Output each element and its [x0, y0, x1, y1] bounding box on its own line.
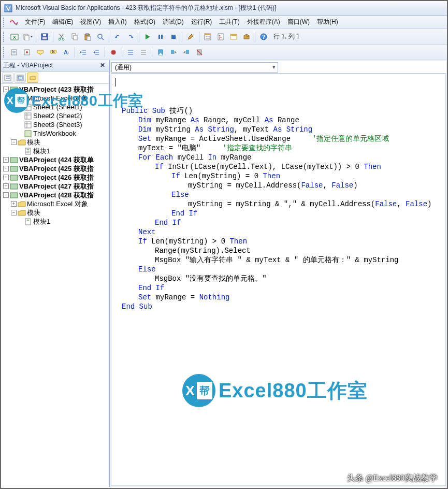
save-button[interactable] — [38, 31, 51, 43]
expand-icon[interactable]: − — [3, 87, 9, 92]
menu-addins[interactable]: 外接程序(A) — [244, 17, 283, 27]
uncomment-block-button[interactable] — [137, 46, 150, 59]
reset-button[interactable] — [167, 31, 180, 43]
svg-point-2 — [16, 23, 18, 25]
project-tree[interactable]: −VBAProject (423 获取指 −Microsoft Excel 对象… — [1, 84, 109, 487]
breakpoint-button[interactable] — [107, 46, 120, 59]
svg-rect-9 — [42, 37, 47, 39]
next-bookmark-button[interactable] — [167, 46, 180, 59]
tree-project-427[interactable]: VBAProject (427 获取指 — [19, 182, 94, 191]
svg-point-1 — [11, 19, 12, 21]
tree-sheet3[interactable]: Sheet3 (Sheet3) — [33, 120, 82, 129]
tree-modules[interactable]: 模块 — [27, 138, 40, 147]
svg-rect-29 — [230, 34, 237, 36]
tree-project-425[interactable]: VBAProject (425 获取指 — [19, 164, 94, 173]
expand-icon[interactable]: + — [3, 157, 9, 163]
project-icon — [10, 174, 18, 181]
tree-thisworkbook[interactable]: ThisWorkbook — [33, 129, 76, 138]
svg-rect-26 — [218, 34, 223, 40]
svg-rect-76 — [25, 131, 31, 137]
properties-button[interactable] — [214, 31, 227, 43]
menu-edit[interactable]: 编辑(E) — [49, 17, 76, 27]
tree-project-426[interactable]: VBAProject (426 获取指 — [19, 173, 94, 182]
toolbar-standard: X ▾ ? 行 1, 列 1 — [1, 29, 447, 45]
expand-icon[interactable]: − — [11, 210, 17, 215]
run-button[interactable] — [141, 31, 154, 43]
main-area: 工程 - VBAProject ✕ −VBAProject (423 获取指 −… — [1, 60, 447, 487]
svg-rect-66 — [10, 87, 18, 92]
menu-view[interactable]: 视图(V) — [77, 17, 104, 27]
tree-modules-2[interactable]: 模块 — [27, 208, 40, 217]
redo-button[interactable] — [124, 31, 137, 43]
find-button[interactable] — [94, 31, 107, 43]
svg-rect-57 — [171, 50, 174, 54]
break-button[interactable] — [154, 31, 167, 43]
toggle-folders-button[interactable] — [27, 73, 38, 83]
menu-help[interactable]: 帮助(H) — [314, 17, 341, 27]
folder-icon — [18, 209, 26, 217]
indent-button[interactable] — [77, 46, 90, 59]
menu-format[interactable]: 格式(O) — [131, 17, 158, 27]
expand-icon[interactable]: + — [3, 175, 9, 180]
menu-insert[interactable]: 插入(I) — [105, 17, 129, 27]
svg-rect-61 — [5, 75, 11, 80]
menubar: 文件(F) 编辑(E) 视图(V) 插入(I) 格式(O) 调试(D) 运行(R… — [1, 16, 447, 29]
vba-icon — [9, 18, 19, 27]
svg-text:?: ? — [262, 34, 265, 40]
copy-button[interactable] — [68, 31, 81, 43]
parameter-info-button[interactable]: fx — [47, 46, 60, 59]
svg-rect-84 — [10, 193, 18, 198]
object-dropdown[interactable]: (通用) — [111, 62, 278, 73]
folder-icon — [18, 95, 26, 102]
prev-bookmark-button[interactable] — [180, 46, 193, 59]
view-excel-button[interactable]: X — [8, 31, 21, 43]
menu-run[interactable]: 运行(R) — [188, 17, 215, 27]
tree-sheet1[interactable]: Sheet1 (Sheet1) — [33, 103, 82, 111]
cursor-position: 行 1, 列 1 — [273, 32, 300, 41]
paste-button[interactable] — [81, 31, 94, 43]
footer-credit: 头条 @Excel880实战教学 — [347, 473, 438, 484]
tree-project-428[interactable]: VBAProject (428 获取指 — [19, 191, 94, 199]
view-object-button[interactable] — [15, 73, 26, 83]
bookmark-button[interactable] — [154, 46, 167, 59]
quick-info-button[interactable] — [34, 46, 47, 59]
project-icon — [10, 156, 18, 164]
menu-tools[interactable]: 工具(T) — [216, 17, 242, 27]
clear-bookmarks-button[interactable] — [193, 46, 206, 59]
expand-icon[interactable]: − — [11, 139, 17, 145]
svg-text:fx: fx — [52, 50, 55, 53]
tree-excel-objects-2[interactable]: Microsoft Excel 对象 — [27, 199, 88, 208]
tree-excel-objects[interactable]: Microsoft Excel 对象 — [27, 94, 88, 103]
list-constants-button[interactable] — [21, 46, 34, 59]
object-browser-button[interactable] — [227, 31, 240, 43]
comment-block-button[interactable] — [124, 46, 137, 59]
menu-file[interactable]: 文件(F) — [22, 17, 48, 27]
project-explorer-button[interactable] — [201, 31, 214, 43]
cut-button[interactable] — [55, 31, 68, 43]
toolbox-button[interactable] — [240, 31, 253, 43]
expand-icon[interactable]: + — [3, 183, 9, 189]
tree-sheet2[interactable]: Sheet2 (Sheet2) — [33, 111, 82, 120]
tree-project-424[interactable]: VBAProject (424 获取单 — [19, 155, 94, 164]
expand-icon[interactable]: + — [11, 201, 17, 207]
view-code-button[interactable] — [2, 73, 13, 83]
code-editor[interactable]: Public Sub 技巧()Dim myRange As Range, myC… — [111, 74, 446, 486]
design-mode-button[interactable] — [184, 31, 197, 43]
code-pane: (通用) Public Sub 技巧()Dim myRange As Range… — [110, 60, 447, 487]
complete-word-button[interactable]: A+ — [60, 46, 73, 59]
insert-dropdown-button[interactable]: ▾ — [21, 31, 34, 43]
tree-project-423[interactable]: VBAProject (423 获取指 — [19, 85, 94, 94]
undo-button[interactable] — [111, 31, 124, 43]
menu-debug[interactable]: 调试(D) — [160, 17, 187, 27]
outdent-button[interactable] — [90, 46, 103, 59]
module-icon — [24, 218, 32, 225]
close-pane-button[interactable]: ✕ — [98, 62, 107, 70]
expand-icon[interactable]: + — [3, 166, 9, 171]
menu-window[interactable]: 窗口(W) — [284, 17, 313, 27]
help-button[interactable]: ? — [257, 31, 270, 43]
tree-module1[interactable]: 模块1 — [33, 147, 50, 155]
expand-icon[interactable]: − — [3, 192, 9, 198]
expand-icon[interactable]: − — [11, 95, 17, 101]
list-properties-button[interactable] — [8, 46, 21, 59]
tree-module1-b[interactable]: 模块1 — [33, 217, 50, 226]
